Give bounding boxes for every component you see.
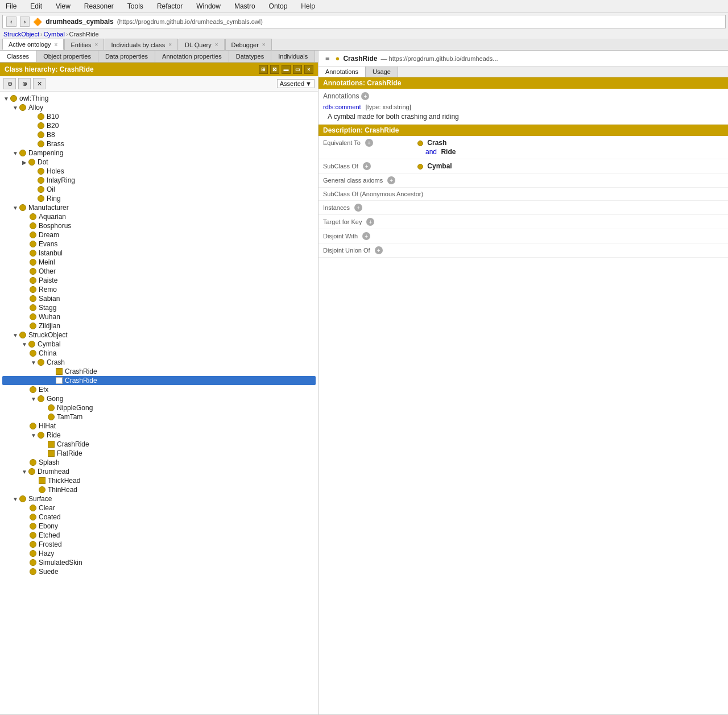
tree-row-frosted[interactable]: Frosted <box>2 540 316 549</box>
tree-row-dream[interactable]: Dream <box>2 230 316 239</box>
tree-toggle-alloy[interactable]: ▼ <box>11 104 19 111</box>
tab-debugger[interactable]: Debugger × <box>225 39 272 50</box>
menu-tools[interactable]: Tools <box>124 1 147 11</box>
tree-row-ride[interactable]: ▼ Ride <box>2 431 316 440</box>
tree-row-evans[interactable]: Evans <box>2 239 316 249</box>
tree-row-bosphorus[interactable]: Bosphorus <box>2 221 316 230</box>
tree-row-hihat[interactable]: HiHat <box>2 421 316 431</box>
tree-row-crash[interactable]: ▼ Crash <box>2 358 316 367</box>
sub-tab-annotation-properties[interactable]: Annotation properties <box>155 51 229 62</box>
tree-row-efx[interactable]: Efx <box>2 385 316 394</box>
tree-row-other[interactable]: Other <box>2 267 316 276</box>
add-target-for-key-button[interactable]: + <box>366 218 374 226</box>
tree-row-paiste[interactable]: Paiste <box>2 276 316 285</box>
tree-row-stagg[interactable]: Stagg <box>2 303 316 312</box>
add-subclass-button[interactable]: + <box>363 162 371 170</box>
menu-file[interactable]: File <box>2 1 20 11</box>
tree-toggle-cymbal[interactable]: ▼ <box>20 340 28 348</box>
tree-row-b8[interactable]: ▶ B8 <box>2 130 316 139</box>
tree-toggle-surface[interactable]: ▼ <box>11 495 19 503</box>
tree-row-wuhan[interactable]: Wuhan <box>2 312 316 321</box>
menu-mastro[interactable]: Mastro <box>231 1 259 11</box>
tree-row-dampening[interactable]: ▼ Dampening <box>2 148 316 158</box>
breadcrumb-item-2[interactable]: Cymbal <box>44 31 65 38</box>
hier-icon-5[interactable]: × <box>304 65 313 74</box>
asserted-dropdown[interactable]: Asserted ▼ <box>277 79 315 88</box>
tree-row-aquarian[interactable]: Aquarian <box>2 212 316 221</box>
tree-row-tamtam[interactable]: TamTam <box>2 412 316 421</box>
menu-view[interactable]: View <box>52 1 74 11</box>
equiv-crash-label[interactable]: Crash <box>427 139 446 147</box>
menu-help[interactable]: Help <box>297 1 318 11</box>
hier-icon-2[interactable]: ⊠ <box>270 65 279 74</box>
tree-row-flatride[interactable]: FlatRide <box>2 449 316 458</box>
tab-close-active-ontology[interactable]: × <box>55 42 58 48</box>
tree-toggle-dot-node[interactable]: ▶ <box>20 158 28 166</box>
tab-active-ontology[interactable]: Active ontology × <box>2 39 64 50</box>
forward-button[interactable]: › <box>20 16 30 27</box>
tree-row-thickhead[interactable]: ThickHead <box>2 476 316 485</box>
tree-row-meinl[interactable]: Meinl <box>2 258 316 267</box>
tree-row-b10[interactable]: ▶ B10 <box>2 112 316 121</box>
tree-row-clear[interactable]: Clear <box>2 503 316 513</box>
tree-toggle-manufacturer[interactable]: ▼ <box>11 204 19 212</box>
tab-individuals-by-class[interactable]: Individuals by class × <box>105 39 178 50</box>
tree-row-simulatedskin[interactable]: SimulatedSkin <box>2 558 316 567</box>
tree-toggle-dampening[interactable]: ▼ <box>11 149 19 157</box>
tree-row-drumhead[interactable]: ▼ Drumhead <box>2 467 316 476</box>
tree-row-suede[interactable]: Suede <box>2 567 316 576</box>
menu-reasoner[interactable]: Reasoner <box>81 1 117 11</box>
add-annotation-button[interactable]: + <box>361 92 369 100</box>
tree-row-brass[interactable]: ▶ Brass <box>2 139 316 148</box>
menu-window[interactable]: Window <box>193 1 224 11</box>
tree-toggle-drumhead[interactable]: ▼ <box>20 468 28 476</box>
tab-dl-query[interactable]: DL Query × <box>179 39 225 50</box>
tree-row-ring[interactable]: ▶ Ring <box>2 194 316 203</box>
tab-close-debugger[interactable]: × <box>262 42 266 48</box>
hier-icon-3[interactable]: ▬ <box>282 65 291 74</box>
add-disjoint-union-button[interactable]: + <box>375 246 383 254</box>
back-button[interactable]: ‹ <box>6 16 16 27</box>
tree-row-ebony[interactable]: Ebony <box>2 522 316 531</box>
subclass-cymbal-label[interactable]: Cymbal <box>427 162 452 170</box>
tree-row-nipplegong[interactable]: NippleGong <box>2 403 316 412</box>
add-equivalent-button[interactable]: + <box>365 139 373 147</box>
right-tab-usage[interactable]: Usage <box>366 67 398 77</box>
tab-close-dl-query[interactable]: × <box>215 42 218 48</box>
tree-toggle-gong[interactable]: ▼ <box>30 395 38 403</box>
breadcrumb-item-1[interactable]: StruckObject <box>3 31 39 38</box>
tree-toggle-owl-thing[interactable]: ▼ <box>2 94 10 102</box>
hamburger-icon[interactable]: ≡ <box>323 53 332 64</box>
tree-row-crashride-selected[interactable]: ▶ CrashRide <box>2 376 316 385</box>
right-tab-annotations[interactable]: Annotations <box>318 67 366 77</box>
tree-row-istanbul[interactable]: Istanbul <box>2 249 316 258</box>
tree-row-struckobject[interactable]: ▼ StruckObject <box>2 330 316 340</box>
sub-tab-classes[interactable]: Classes <box>0 51 36 62</box>
tree-row-inlayring[interactable]: ▶ InlayRing <box>2 176 316 185</box>
tree-row-b20[interactable]: ▶ B20 <box>2 121 316 130</box>
tab-close-individuals-by-class[interactable]: × <box>168 42 172 48</box>
tree-row-manufacturer[interactable]: ▼ Manufacturer <box>2 203 316 212</box>
tree-row-etched[interactable]: Etched <box>2 531 316 540</box>
sub-tab-datatypes[interactable]: Datatypes <box>229 51 272 62</box>
equiv-ride-label[interactable]: Ride <box>441 148 456 156</box>
tree-row-owl-thing[interactable]: ▼ owl:Thing <box>2 94 316 103</box>
hier-icon-4[interactable]: ▭ <box>293 65 302 74</box>
tree-row-thinhead[interactable]: ThinHead <box>2 485 316 494</box>
sub-tab-data-properties[interactable]: Data properties <box>98 51 155 62</box>
menu-ontop[interactable]: Ontop <box>266 1 291 11</box>
tree-row-sabian[interactable]: Sabian <box>2 294 316 303</box>
tree-row-dot-node[interactable]: ▶ Dot <box>2 158 316 167</box>
toolbar-btn-1[interactable]: ⊕ <box>3 78 16 89</box>
add-instances-button[interactable]: + <box>354 204 362 212</box>
menu-refactor[interactable]: Refactor <box>154 1 186 11</box>
add-disjoint-with-button[interactable]: + <box>362 232 370 240</box>
toolbar-btn-2[interactable]: ⊗ <box>18 78 31 89</box>
tree-row-alloy[interactable]: ▼ Alloy <box>2 103 316 112</box>
tree-toggle-ride[interactable]: ▼ <box>30 431 38 439</box>
tree-row-cymbal[interactable]: ▼ Cymbal <box>2 340 316 349</box>
tree-row-crashride-ride[interactable]: CrashRide <box>2 440 316 449</box>
tree-row-gong[interactable]: ▼ Gong <box>2 394 316 403</box>
tree-row-holes[interactable]: ▶ Holes <box>2 167 316 176</box>
rdfs-comment-label[interactable]: rdfs:comment <box>323 104 361 110</box>
